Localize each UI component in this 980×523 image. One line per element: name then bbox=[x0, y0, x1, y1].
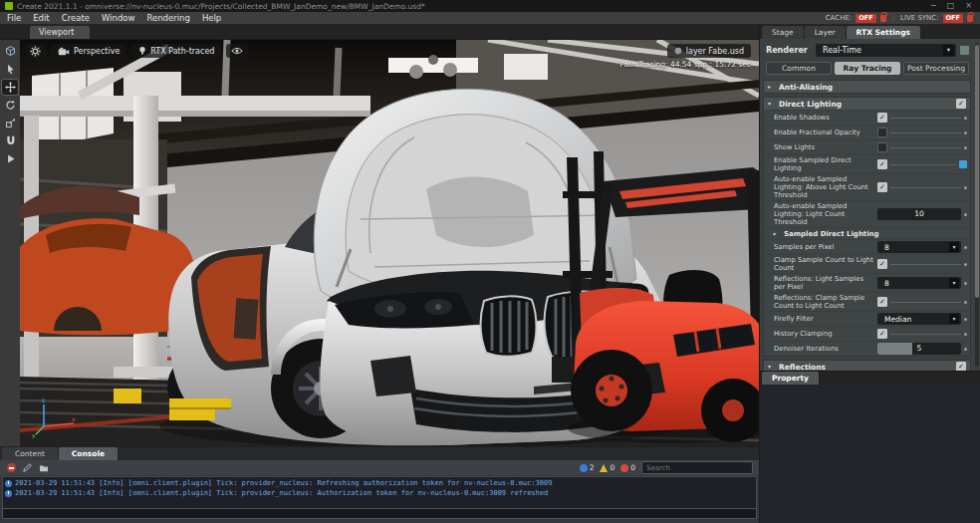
expanded-triangle-icon[interactable]: ▾ bbox=[773, 230, 780, 238]
live-sync-label: LIVE SYNC: bbox=[900, 14, 939, 22]
setting-row-denoiser-iterations: Denoiser Iterations5 bbox=[764, 341, 970, 356]
dropdown-reflections-light-samples-per-pixel[interactable]: 8▾ bbox=[877, 277, 961, 289]
mode-tab-ray-tracing[interactable]: Ray Tracing bbox=[835, 62, 900, 75]
reset-dot[interactable] bbox=[964, 333, 967, 336]
section-checkbox[interactable]: ✓ bbox=[956, 362, 966, 371]
move-tool[interactable] bbox=[2, 80, 18, 95]
tab-console[interactable]: Console bbox=[59, 447, 118, 460]
play-tool[interactable] bbox=[2, 151, 18, 166]
menu-file[interactable]: File bbox=[7, 13, 21, 23]
console-log[interactable]: 2021-03-29 11:51:43 [Info] [omni.client.… bbox=[2, 476, 757, 509]
camera-selector-button[interactable]: Perspective bbox=[51, 44, 126, 58]
rtx-scrollbar[interactable] bbox=[975, 43, 979, 367]
menu-create[interactable]: Create bbox=[62, 13, 90, 23]
dropdown-firefly-filter[interactable]: Median▾ bbox=[877, 313, 961, 325]
info-filter[interactable]: 2 bbox=[580, 463, 595, 472]
changed-indicator[interactable] bbox=[959, 160, 967, 168]
chevron-down-icon[interactable]: ▾ bbox=[949, 278, 959, 288]
section-header-anti-aliasing[interactable]: ▸Anti-Aliasing bbox=[764, 81, 970, 93]
tab-rtx-settings[interactable]: RTX Settings bbox=[847, 26, 920, 39]
viewport-settings-button[interactable] bbox=[25, 44, 46, 58]
setting-row-reflections-light-samples-per-pixel: Reflections: Light Samples per Pixel8▾ bbox=[764, 273, 970, 292]
minimize-button[interactable]: ─ bbox=[931, 1, 936, 11]
reset-dot[interactable] bbox=[964, 282, 967, 285]
dropdown-samples-per-pixel[interactable]: 8▾ bbox=[877, 241, 961, 253]
checkbox[interactable]: ✓ bbox=[877, 113, 887, 123]
menu-help[interactable]: Help bbox=[202, 13, 221, 23]
slider-denoiser-iterations[interactable]: 5 bbox=[877, 343, 961, 355]
reset-dot[interactable] bbox=[964, 117, 967, 120]
omniverse-create-window: Create 2021.1.1 - omniverse://nv-nucleus… bbox=[0, 0, 980, 523]
3d-scene[interactable] bbox=[20, 40, 759, 446]
layer-badge[interactable]: layer Fabe.usd bbox=[667, 44, 751, 58]
visibility-button[interactable] bbox=[226, 44, 248, 58]
reset-dot[interactable] bbox=[964, 348, 967, 351]
edit-icon[interactable] bbox=[22, 462, 33, 473]
axis-z-label: z bbox=[42, 396, 45, 403]
select-mode-tool[interactable] bbox=[2, 44, 18, 59]
expanded-triangle-icon[interactable]: ▾ bbox=[768, 100, 775, 108]
warning-filter[interactable]: 0 bbox=[600, 463, 614, 472]
select-tool[interactable] bbox=[2, 62, 18, 77]
mode-tab-post-processing[interactable]: Post Processing bbox=[903, 62, 969, 75]
right-panel-tabs: StageLayerRTX Settings bbox=[760, 25, 980, 39]
info-icon bbox=[580, 464, 588, 472]
renderer-reset-button[interactable] bbox=[960, 46, 969, 55]
tab-content[interactable]: Content bbox=[2, 447, 58, 460]
menu-window[interactable]: Window bbox=[102, 13, 135, 23]
section-header-direct-lighting[interactable]: ▾Direct Lighting✓ bbox=[764, 98, 970, 110]
mode-tab-common[interactable]: Common bbox=[766, 62, 832, 75]
reset-dot[interactable] bbox=[964, 301, 967, 304]
console-search-input[interactable] bbox=[641, 461, 753, 474]
tab-layer[interactable]: Layer bbox=[805, 26, 846, 39]
subsection-sampled-direct-lighting[interactable]: ▾Sampled Direct Lighting bbox=[764, 227, 970, 239]
reset-dot[interactable] bbox=[964, 318, 967, 321]
warning-icon bbox=[600, 464, 608, 472]
scale-tool[interactable] bbox=[2, 116, 18, 131]
checkbox[interactable]: ✓ bbox=[877, 159, 887, 169]
value-field-auto-enable-sampled-lighting-light-count-threshold[interactable]: 10 bbox=[877, 208, 961, 220]
cache-status-badge[interactable]: OFF bbox=[856, 14, 875, 23]
live-sync-status-badge[interactable]: OFF bbox=[943, 14, 963, 23]
menu-rendering[interactable]: Rendering bbox=[146, 13, 189, 23]
reset-dot[interactable] bbox=[964, 263, 967, 266]
setting-label: History Clamping bbox=[774, 330, 874, 338]
render-mode-button[interactable]: RTX Path-traced bbox=[131, 44, 221, 58]
checkbox[interactable]: ✓ bbox=[877, 297, 887, 307]
reset-dot[interactable] bbox=[964, 146, 967, 149]
maximize-button[interactable]: □ bbox=[947, 1, 955, 11]
rotate-tool[interactable] bbox=[2, 98, 18, 113]
checkbox[interactable]: ✓ bbox=[877, 329, 887, 339]
scene-canvas[interactable]: Perspective RTX Path-traced layer Fabe.u… bbox=[20, 40, 759, 446]
bulb-icon bbox=[138, 46, 146, 56]
chevron-down-icon[interactable]: ▾ bbox=[943, 45, 954, 56]
expanded-triangle-icon[interactable]: ▾ bbox=[768, 363, 775, 371]
close-button[interactable]: × bbox=[965, 1, 972, 11]
chevron-down-icon[interactable]: ▾ bbox=[949, 314, 959, 324]
console-panel: ContentConsole 2 0 0 2021-03-29 11:51:43… bbox=[0, 446, 759, 523]
reset-dot[interactable] bbox=[964, 131, 967, 134]
setting-label: Clamp Sample Count to Light Count bbox=[774, 256, 874, 272]
open-folder-icon[interactable] bbox=[38, 462, 49, 473]
clear-console-button[interactable] bbox=[6, 462, 17, 473]
checkbox[interactable] bbox=[877, 128, 887, 137]
reset-dot[interactable] bbox=[964, 213, 967, 216]
console-command-input[interactable] bbox=[2, 508, 757, 519]
tab-stage[interactable]: Stage bbox=[762, 26, 804, 39]
checkbox[interactable]: ✓ bbox=[877, 182, 887, 192]
checkbox[interactable]: ✓ bbox=[877, 259, 887, 269]
tab-property[interactable]: Property bbox=[762, 372, 819, 385]
chevron-down-icon[interactable]: ▾ bbox=[949, 242, 959, 252]
titlebar: Create 2021.1.1 - omniverse://nv-nucleus… bbox=[0, 0, 980, 12]
tab-viewport[interactable]: Viewport bbox=[30, 26, 90, 39]
error-filter[interactable]: 0 bbox=[620, 463, 635, 472]
section-checkbox[interactable]: ✓ bbox=[956, 99, 966, 109]
section-header-reflections[interactable]: ▾Reflections✓ bbox=[764, 361, 970, 371]
checkbox[interactable] bbox=[877, 142, 887, 152]
snap-tool[interactable] bbox=[2, 133, 18, 148]
menu-edit[interactable]: Edit bbox=[33, 13, 49, 23]
renderer-dropdown[interactable]: Real-Time ▾ bbox=[816, 44, 956, 57]
reset-dot[interactable] bbox=[964, 186, 967, 189]
reset-dot[interactable] bbox=[964, 246, 967, 249]
collapsed-triangle-icon[interactable]: ▸ bbox=[768, 83, 775, 91]
